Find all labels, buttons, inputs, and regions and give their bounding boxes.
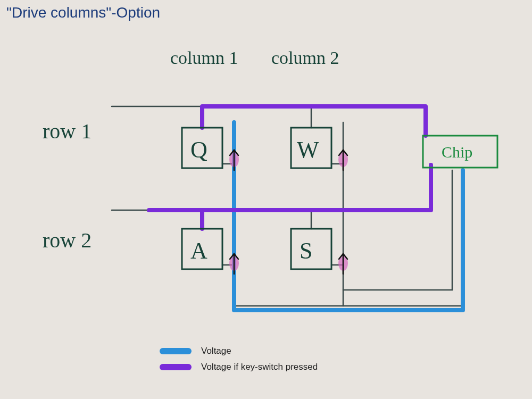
key-a-label: A [190, 238, 207, 264]
label-col2: column 2 [271, 48, 339, 68]
label-row1: row 1 [43, 119, 92, 143]
legend-label-pressed: Voltage if key-switch pressed [201, 362, 318, 372]
wire-col2-to-chip [343, 170, 452, 290]
diode-q [229, 150, 239, 170]
wire-col1-to-chip [234, 170, 463, 306]
legend-swatch-voltage [160, 348, 192, 354]
legend-row-pressed: Voltage if key-switch pressed [160, 362, 318, 372]
key-s-label: S [300, 238, 312, 264]
label-col1: column 1 [170, 48, 238, 68]
key-q-label: Q [190, 137, 207, 163]
legend-label-voltage: Voltage [201, 346, 231, 356]
label-row2: row 2 [43, 228, 92, 252]
diagram-svg: Q W A S Chip column 1 column 2 row 1 row… [0, 0, 532, 399]
chip-label: Chip [442, 143, 472, 161]
diagram-stage: "Drive columns"-Option [0, 0, 532, 399]
legend-row-voltage: Voltage [160, 346, 318, 356]
legend-swatch-pressed [160, 364, 192, 370]
voltage-path [234, 122, 463, 310]
diode-s [338, 254, 348, 274]
legend: Voltage Voltage if key-switch pressed [160, 346, 318, 378]
key-w-label: W [297, 137, 319, 163]
pressed-row2-path [149, 165, 431, 210]
diode-w [338, 150, 348, 170]
pressed-row2-stub [202, 210, 234, 229]
diode-a [229, 254, 239, 274]
